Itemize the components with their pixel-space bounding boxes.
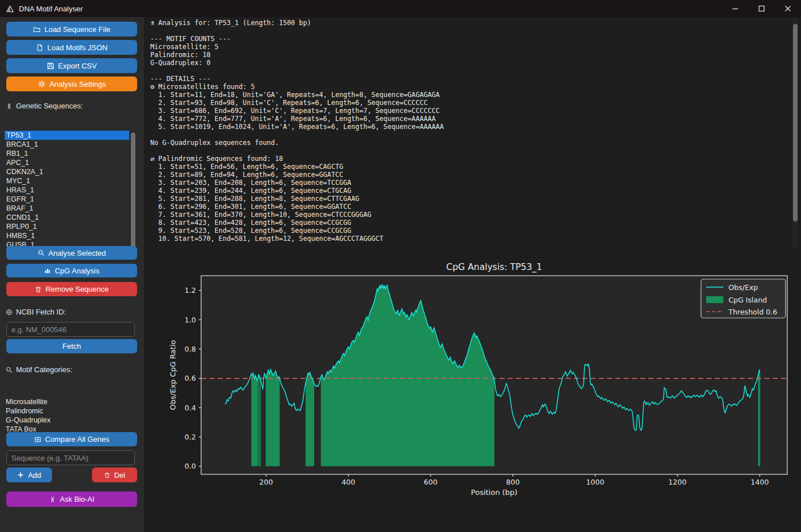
svg-text:Threshold 0.6: Threshold 0.6 [728,308,778,316]
gear-icon [38,80,46,88]
ncbi-label: NCBI Fetch ID: [16,308,66,316]
app-icon [6,5,14,13]
add-motif-button[interactable]: Add [6,467,52,482]
delete-motif-button[interactable]: Del [92,467,137,482]
export-csv-button[interactable]: Export CSV [6,58,137,73]
delete-motif-label: Del [114,471,126,479]
motif-categories-label: Motif Categories: [16,365,72,374]
add-motif-label: Add [28,471,41,479]
dna-icon [6,103,13,110]
compare-all-genes-label: Compare All Genes [45,435,110,444]
svg-text:Position (bp): Position (bp) [471,488,517,497]
ask-bio-ai-label: Ask Bio-AI [60,495,95,503]
cpg-chart: 2004006008001000120014000.00.20.40.60.81… [144,254,801,532]
sequence-item[interactable]: HRAS_1 [5,186,129,195]
sequence-item[interactable]: TP53_1 [5,131,129,140]
search-icon [38,249,45,256]
app-window: DNA Motif Analyser Load Sequence File Lo… [0,0,801,532]
load-sequence-button[interactable]: Load Sequence File [6,22,137,37]
trash-icon [104,472,110,478]
motif-category-list: Microsatellite Palindromic G-Quadruplex … [6,397,51,434]
load-motifs-label: Load Motifs JSON [47,43,108,52]
sequence-item[interactable]: CCND1_1 [5,213,129,222]
motif-category-item[interactable]: Microsatellite [6,397,51,406]
minimize-button[interactable] [722,0,748,17]
sequences-label-row: Genetic Sequences: [6,102,83,110]
svg-text:CpG Island: CpG Island [728,296,767,304]
sequence-item[interactable]: CDKN2A_1 [5,167,129,176]
svg-text:1.2: 1.2 [185,286,196,295]
sequence-item[interactable]: APC_1 [5,158,129,167]
ask-bio-ai-button[interactable]: Ask Bio-AI [6,491,137,507]
output-scrollbar[interactable] [792,18,798,249]
remove-sequence-label: Remove Sequence [46,285,109,293]
sidebar: Load Sequence File Load Motifs JSON Expo… [0,17,144,532]
svg-text:1400: 1400 [751,478,769,486]
export-csv-label: Export CSV [58,62,97,70]
table-icon [34,436,41,443]
svg-text:Obs/Exp CpG Ratio: Obs/Exp CpG Ratio [169,340,177,410]
title-bar: DNA Motif Analyser [0,0,801,17]
svg-text:CpG Analysis: TP53_1: CpG Analysis: TP53_1 [446,262,542,273]
window-title: DNA Motif Analyser [19,5,83,13]
analyse-selected-label: Analyse Selected [49,249,106,257]
fetch-label: Fetch [62,342,81,350]
fetch-button[interactable]: Fetch [6,339,137,353]
folder-icon [33,26,41,33]
svg-text:1200: 1200 [668,478,687,486]
sequence-list: TP53_1 BRCA1_1 RB1_1 APC_1 CDKN2A_1 MYC_… [5,131,129,261]
load-sequence-label: Load Sequence File [45,25,111,34]
svg-text:0.6: 0.6 [185,374,196,382]
svg-text:0.4: 0.4 [185,404,196,412]
sequence-list-scrollbar[interactable] [130,131,136,260]
svg-text:400: 400 [342,478,355,486]
analysis-settings-label: Analysis Settings [50,80,106,88]
close-button[interactable] [775,0,801,17]
sequence-item[interactable]: RPLP0_1 [5,222,129,231]
ncbi-label-row: NCBI Fetch ID: [6,308,66,316]
trash-icon [35,286,42,293]
dna-icon [49,496,56,503]
cpg-analysis-label: CpG Analysis [55,267,99,275]
sequence-item[interactable]: MYC_1 [5,176,129,186]
compare-all-genes-button[interactable]: Compare All Genes [6,432,137,446]
motif-category-item[interactable]: G-Quadruplex [6,416,51,425]
svg-text:0.8: 0.8 [185,345,196,353]
remove-sequence-button[interactable]: Remove Sequence [6,282,137,296]
motif-label-row: Motif Categories: [6,365,72,374]
ncbi-id-input[interactable] [6,322,135,337]
sequence-item[interactable]: EGFR_1 [5,195,129,204]
analyse-selected-button[interactable]: Analyse Selected [6,246,137,260]
analysis-output[interactable]: ⚗ Analysis for: TP53_1 (Length: 1500 bp)… [150,19,784,246]
analysis-settings-button[interactable]: Analysis Settings [6,76,137,91]
file-icon [36,44,43,51]
svg-text:1.0: 1.0 [185,316,196,324]
sequence-item[interactable]: BRCA1_1 [5,140,129,149]
plus-icon [17,471,24,478]
custom-sequence-input[interactable] [6,450,135,465]
svg-text:Obs/Exp: Obs/Exp [728,283,758,292]
maximize-button[interactable] [748,0,775,17]
motif-category-item[interactable]: Palindromic [6,406,51,416]
svg-text:0.0: 0.0 [185,462,196,470]
search-icon [6,366,13,373]
svg-text:200: 200 [259,478,273,486]
bar-chart-icon [44,267,51,274]
globe-icon [6,309,13,316]
svg-text:800: 800 [506,478,520,486]
svg-text:600: 600 [424,478,438,486]
save-icon [47,62,54,70]
cpg-analysis-button[interactable]: CpG Analysis [6,264,137,277]
load-motifs-button[interactable]: Load Motifs JSON [6,40,137,55]
sequence-item[interactable]: HMBS_1 [5,231,129,240]
sequence-item[interactable]: RB1_1 [5,149,129,158]
svg-text:0.2: 0.2 [185,433,196,441]
sequences-label: Genetic Sequences: [16,102,83,110]
svg-text:1000: 1000 [586,478,604,486]
sequence-item[interactable]: BRAF_1 [5,204,129,213]
